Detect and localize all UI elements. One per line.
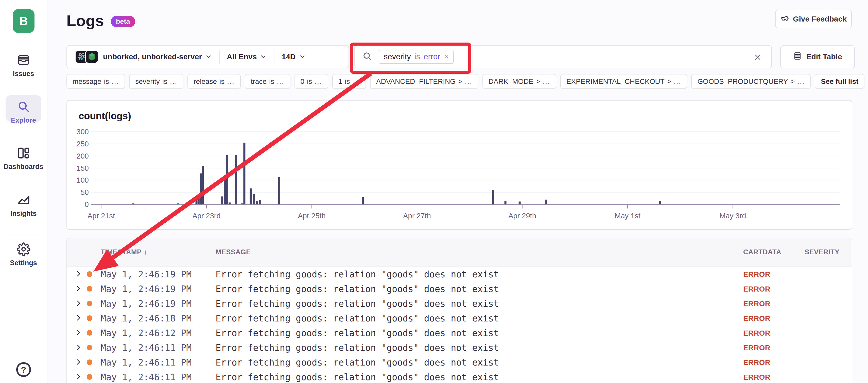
quick-filter-chip-1[interactable]: 1is... [332,74,366,89]
log-row[interactable]: May 1, 2:46:11 PMError fetching goods: r… [67,355,852,369]
svg-text:50: 50 [81,188,89,196]
beta-badge: beta [111,16,135,27]
date-range-selector[interactable]: 14D [282,53,306,61]
log-timestamp: May 1, 2:46:19 PM [101,284,191,294]
search-token-severity-is-error[interactable]: severity is error × [379,50,454,64]
megaphone-icon [780,14,789,25]
log-severity-badge: ERROR [743,300,770,308]
environment-selector-label: All Envs [227,53,257,61]
log-level-dot [87,315,92,321]
expand-row-icon[interactable] [74,314,82,322]
log-level-dot [87,286,92,291]
log-timestamp: May 1, 2:46:11 PM [101,372,191,382]
quick-filter-chip-trace[interactable]: traceis... [245,74,290,89]
page-title: Logs [66,12,104,30]
log-message: Error fetching goods: relation "goods" d… [216,284,499,294]
date-range-label: 14D [282,53,296,61]
svg-text:May 1st: May 1st [615,212,641,220]
org-logo-letter: B [19,14,28,28]
environment-selector[interactable]: All Envs [227,53,267,61]
log-severity-badge: ERROR [743,329,770,338]
sidebar-item-insights[interactable]: Insights [0,193,47,218]
sidebar-item-settings[interactable]: Settings [0,242,47,267]
clear-search-icon[interactable] [752,52,763,62]
search-token-key: severity [384,52,411,61]
log-row[interactable]: May 1, 2:46:19 PMError fetching goods: r… [67,281,852,296]
quick-filter-chip-release[interactable]: releaseis... [187,74,241,89]
insights-chart-icon [16,193,31,207]
search-token-operator: is [414,52,420,61]
sidebar-item-label: Dashboards [4,163,43,171]
filter-separator [274,50,275,64]
log-severity-badge: ERROR [743,358,770,367]
expand-row-icon[interactable] [74,270,82,278]
quick-filter-chip-EXPERIMENTAL_CHECKOUT[interactable]: EXPERIMENTAL_CHECKOUT>... [560,74,687,89]
search-token-remove-icon[interactable]: × [444,53,449,61]
svg-text:200: 200 [76,152,89,160]
sidebar-item-issues[interactable]: Issues [0,53,47,78]
column-header-cartdata[interactable]: CARTDATA [743,238,781,266]
log-row[interactable]: May 1, 2:46:18 PMError fetching goods: r… [67,311,852,325]
search-icon [16,99,31,114]
logs-table-body: May 1, 2:46:19 PMError fetching goods: r… [67,267,852,383]
log-severity-badge: ERROR [743,270,770,279]
sidebar-item-label: Explore [11,116,36,125]
expand-row-icon[interactable] [74,300,82,307]
log-search-input[interactable]: severity is error × [354,45,772,68]
log-level-dot [87,330,92,336]
issues-icon [16,53,31,67]
sidebar-item-dashboards[interactable]: Dashboards [0,146,47,171]
gear-icon [16,242,31,256]
project-platform-icons [75,51,98,63]
log-row[interactable]: May 1, 2:46:19 PMError fetching goods: r… [67,296,852,311]
expand-row-icon[interactable] [74,358,82,366]
column-header-message[interactable]: MESSAGE [216,238,251,266]
log-message: Error fetching goods: relation "goods" d… [216,299,499,309]
quick-filter-chip-0[interactable]: 0is... [294,74,328,89]
page-filter-bar: unborked, unborked-server All Envs 14D [66,45,349,68]
svg-text:Apr 25th: Apr 25th [298,212,326,220]
sidebar: B Issues Explore [0,0,48,383]
log-level-dot [87,359,92,365]
svg-text:300: 300 [76,128,89,136]
quick-filter-chip-GOODS_PRODUCTQUERY[interactable]: GOODS_PRODUCTQUERY>... [691,74,811,89]
log-timestamp: May 1, 2:46:18 PM [101,313,191,323]
log-row[interactable]: May 1, 2:46:11 PMError fetching goods: r… [67,369,852,383]
log-level-dot [87,374,92,380]
help-button[interactable]: ? [16,362,31,377]
see-full-list-button[interactable]: See full list [815,74,864,89]
org-logo[interactable]: B [13,9,34,33]
sidebar-item-label: Insights [10,210,37,218]
edit-table-button[interactable]: Edit Table [780,45,855,68]
column-header-timestamp[interactable]: TIMESTAMP ↓ [101,238,147,266]
log-severity-badge: ERROR [743,285,770,293]
project-selector-label: unborked, unborked-server [103,53,202,61]
column-header-severity[interactable]: SEVERITY [805,238,840,266]
log-level-dot [87,301,92,306]
expand-row-icon[interactable] [74,329,82,337]
sidebar-divider [6,233,40,233]
log-message: Error fetching goods: relation "goods" d… [216,328,499,338]
log-row[interactable]: May 1, 2:46:11 PMError fetching goods: r… [67,340,852,355]
svg-text:Apr 21st: Apr 21st [88,212,115,220]
svg-text:0: 0 [85,200,89,208]
log-row[interactable]: May 1, 2:46:19 PMError fetching goods: r… [67,267,852,281]
svg-text:Apr 23rd: Apr 23rd [192,212,220,220]
quick-filter-chip-severity[interactable]: severityis... [129,74,183,89]
quick-filter-chip-message[interactable]: messageis... [66,74,125,89]
sidebar-item-label: Settings [10,259,37,267]
sidebar-item-explore[interactable]: Explore [0,99,47,125]
expand-row-icon[interactable] [74,373,82,380]
log-row[interactable]: May 1, 2:46:12 PMError fetching goods: r… [67,325,852,340]
expand-row-icon[interactable] [74,285,82,292]
chevron-down-icon [205,53,212,60]
search-token-value: error [424,52,440,61]
log-message: Error fetching goods: relation "goods" d… [216,357,499,368]
expand-row-icon[interactable] [74,344,82,351]
sort-descending-icon: ↓ [144,248,147,256]
give-feedback-button[interactable]: Give Feedback [775,10,852,28]
quick-filter-chip-ADVANCED_FILTERING[interactable]: ADVANCED_FILTERING>... [370,74,478,89]
project-selector[interactable]: unborked, unborked-server [67,51,212,63]
chevron-down-icon [260,53,267,60]
quick-filter-chip-DARK_MODE[interactable]: DARK_MODE>... [483,74,556,89]
